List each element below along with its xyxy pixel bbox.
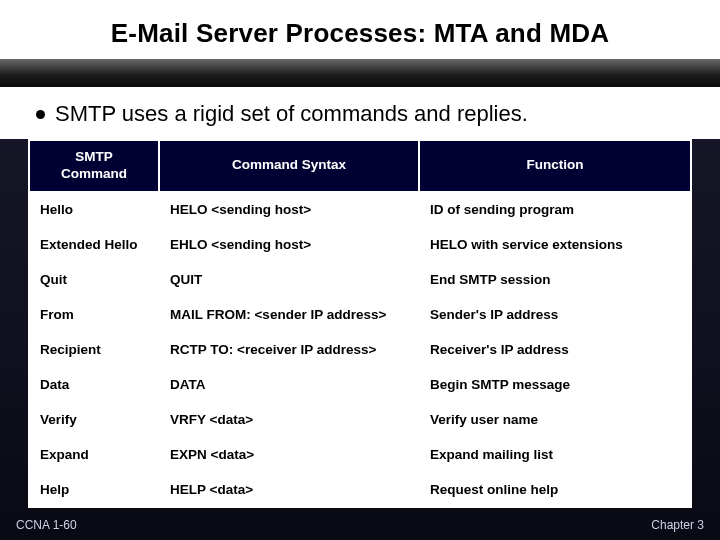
bullet-dot-icon [36,110,45,119]
cell-command: Recipient [29,332,159,367]
header-command-syntax: Command Syntax [159,140,419,192]
cell-syntax: RCTP TO: <receiver IP address> [159,332,419,367]
footer: CCNA 1-60 Chapter 3 [16,518,704,532]
table-container: SMTP Command Command Syntax Function Hel… [0,139,720,508]
cell-syntax: DATA [159,367,419,402]
cell-syntax: QUIT [159,262,419,297]
table-row: HelloHELO <sending host>ID of sending pr… [29,192,691,227]
cell-command: Verify [29,402,159,437]
cell-syntax: MAIL FROM: <sender IP address> [159,297,419,332]
cell-function: Sender's IP address [419,297,691,332]
cell-command: Extended Hello [29,227,159,262]
footer-left: CCNA 1-60 [16,518,77,532]
table-row: RecipientRCTP TO: <receiver IP address>R… [29,332,691,367]
cell-function: Expand mailing list [419,437,691,472]
table-row: QuitQUITEnd SMTP session [29,262,691,297]
header-smtp-command: SMTP Command [29,140,159,192]
footer-right: Chapter 3 [651,518,704,532]
table-row: VerifyVRFY <data>Verify user name [29,402,691,437]
cell-command: Data [29,367,159,402]
cell-command: Expand [29,437,159,472]
table-header-row: SMTP Command Command Syntax Function [29,140,691,192]
cell-command: Quit [29,262,159,297]
cell-syntax: EXPN <data> [159,437,419,472]
table-row: DataDATABegin SMTP message [29,367,691,402]
cell-function: ID of sending program [419,192,691,227]
table-row: ExpandEXPN <data>Expand mailing list [29,437,691,472]
cell-command: From [29,297,159,332]
cell-function: Verify user name [419,402,691,437]
table-row: FromMAIL FROM: <sender IP address>Sender… [29,297,691,332]
slide: E-Mail Server Processes: MTA and MDA SMT… [0,0,720,540]
cell-function: HELO with service extensions [419,227,691,262]
header-function: Function [419,140,691,192]
table-body: HelloHELO <sending host>ID of sending pr… [29,192,691,507]
divider-bar [0,59,720,87]
cell-command: Hello [29,192,159,227]
page-title: E-Mail Server Processes: MTA and MDA [0,0,720,59]
bullet-item: SMTP uses a rigid set of commands and re… [0,87,720,139]
cell-function: Begin SMTP message [419,367,691,402]
cell-syntax: HELO <sending host> [159,192,419,227]
cell-syntax: HELP <data> [159,472,419,507]
cell-syntax: EHLO <sending host> [159,227,419,262]
table-row: Extended HelloEHLO <sending host>HELO wi… [29,227,691,262]
cell-syntax: VRFY <data> [159,402,419,437]
cell-function: Receiver's IP address [419,332,691,367]
cell-function: End SMTP session [419,262,691,297]
smtp-table: SMTP Command Command Syntax Function Hel… [28,139,692,508]
cell-function: Request online help [419,472,691,507]
table-row: HelpHELP <data>Request online help [29,472,691,507]
bullet-text: SMTP uses a rigid set of commands and re… [55,101,528,127]
cell-command: Help [29,472,159,507]
